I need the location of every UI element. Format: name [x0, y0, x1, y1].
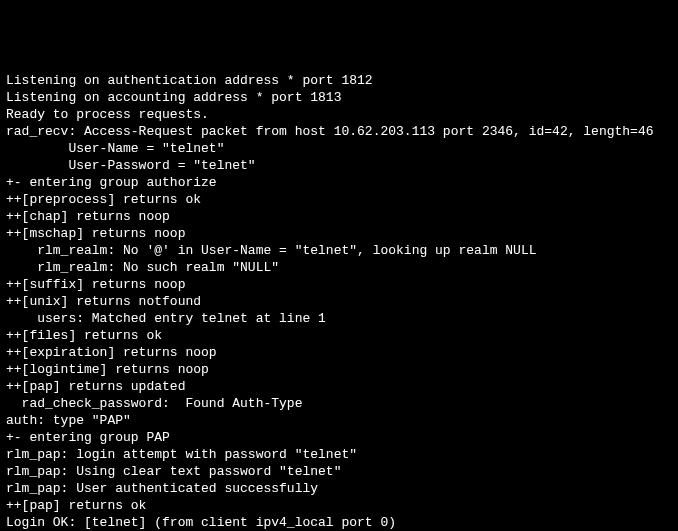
terminal-line: rad_recv: Access-Request packet from hos…	[6, 123, 672, 140]
terminal-line: users: Matched entry telnet at line 1	[6, 310, 672, 327]
terminal-line: User-Password = "telnet"	[6, 157, 672, 174]
terminal-line: ++[mschap] returns noop	[6, 225, 672, 242]
terminal-line: rlm_pap: login attempt with password "te…	[6, 446, 672, 463]
terminal-line: rlm_pap: Using clear text password "teln…	[6, 463, 672, 480]
terminal-line: +- entering group authorize	[6, 174, 672, 191]
terminal-line: ++[suffix] returns noop	[6, 276, 672, 293]
terminal-line: +- entering group PAP	[6, 429, 672, 446]
terminal-line: auth: type "PAP"	[6, 412, 672, 429]
terminal-output: Listening on authentication address * po…	[6, 72, 672, 531]
terminal-line: ++[pap] returns updated	[6, 378, 672, 395]
terminal-line: ++[files] returns ok	[6, 327, 672, 344]
terminal-line: ++[logintime] returns noop	[6, 361, 672, 378]
terminal-line: rlm_pap: User authenticated successfully	[6, 480, 672, 497]
terminal-line: rlm_realm: No such realm "NULL"	[6, 259, 672, 276]
terminal-line: ++[expiration] returns noop	[6, 344, 672, 361]
terminal-line: rad_check_password: Found Auth-Type	[6, 395, 672, 412]
terminal-line: Ready to process requests.	[6, 106, 672, 123]
terminal-line: ++[pap] returns ok	[6, 497, 672, 514]
terminal-line: ++[unix] returns notfound	[6, 293, 672, 310]
terminal-line: ++[preprocess] returns ok	[6, 191, 672, 208]
terminal-line: User-Name = "telnet"	[6, 140, 672, 157]
terminal-line: ++[chap] returns noop	[6, 208, 672, 225]
terminal-line: Listening on authentication address * po…	[6, 72, 672, 89]
terminal-line: rlm_realm: No '@' in User-Name = "telnet…	[6, 242, 672, 259]
terminal-line: Login OK: [telnet] (from client ipv4_loc…	[6, 514, 672, 531]
terminal-line: Listening on accounting address * port 1…	[6, 89, 672, 106]
